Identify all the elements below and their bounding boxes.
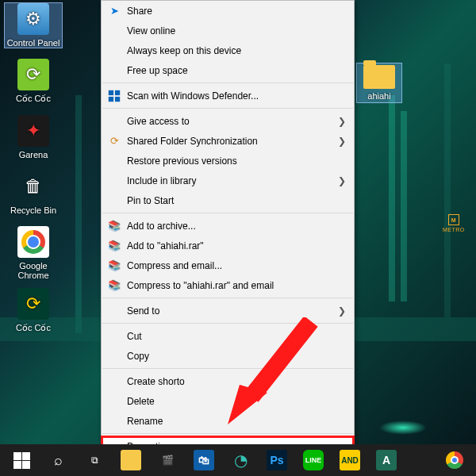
menu-include-library[interactable]: Include in library❯: [102, 171, 354, 190]
menu-pin-start[interactable]: Pin to Start: [102, 190, 354, 210]
menu-cut[interactable]: Cut: [102, 326, 354, 346]
menu-scan-defender[interactable]: Scan with Windows Defender...: [102, 86, 354, 106]
search-icon: ⌕: [54, 452, 63, 469]
taskbar-app-a[interactable]: A: [368, 444, 405, 476]
desktop-folder-selected[interactable]: ahiahi: [357, 63, 401, 102]
menu-restore-previous[interactable]: Restore previous versions: [102, 151, 354, 171]
photoshop-icon: Ps: [267, 450, 287, 470]
separator: [102, 323, 353, 324]
svg-rect-1: [115, 90, 120, 94]
taskbar-line[interactable]: LINE: [295, 444, 332, 476]
menu-compress-rar-email[interactable]: 📚Compress to "ahiahi.rar" and email: [102, 275, 354, 295]
edge-icon: ◔: [234, 451, 248, 470]
separator: [102, 213, 353, 213]
start-button[interactable]: [3, 444, 40, 476]
desktop-icons: ⚙Control Panel ⟳Cốc Cốc ✦Garena 🗑Recycle…: [0, 0, 95, 344]
menu-free-up[interactable]: Free up space: [102, 60, 354, 80]
chevron-right-icon: ❯: [338, 175, 346, 186]
separator: [102, 83, 353, 83]
windows-logo-icon: [13, 452, 30, 469]
svg-rect-2: [109, 96, 113, 101]
chevron-right-icon: ❯: [338, 305, 346, 317]
search-button[interactable]: ⌕: [40, 444, 76, 476]
shield-icon: [106, 88, 122, 104]
menu-compress-email[interactable]: 📚Compress and email...: [102, 255, 354, 275]
store-icon: 🛍: [194, 450, 214, 470]
menu-create-shortcut[interactable]: Create shorto: [102, 371, 354, 391]
menu-shared-sync[interactable]: ⟳Shared Folder Synchronization❯: [102, 131, 354, 151]
taskbar-store[interactable]: 🛍: [186, 444, 222, 476]
film-icon: 🎬: [162, 455, 174, 466]
icon-coc-coc[interactable]: ⟳Cốc Cốc: [5, 59, 62, 104]
menu-add-archive[interactable]: 📚Add to archive...: [102, 216, 354, 236]
winrar-icon: 📚: [106, 238, 122, 254]
menu-always-keep[interactable]: Always keep on this device: [102, 40, 354, 60]
icon-garena[interactable]: ✦Garena: [5, 115, 62, 159]
folder-icon: [363, 65, 395, 89]
menu-rename[interactable]: Rename: [102, 411, 354, 431]
chrome-icon: [446, 451, 463, 469]
icon-recycle-bin[interactable]: 🗑Recycle Bin: [5, 171, 62, 215]
svg-rect-0: [109, 90, 113, 94]
and-icon: AND: [340, 450, 360, 470]
separator: [102, 108, 353, 109]
winrar-icon: 📚: [106, 258, 122, 274]
icon-google-chrome[interactable]: Google Chrome: [5, 226, 62, 280]
menu-copy[interactable]: Copy: [102, 346, 354, 366]
line-icon: LINE: [303, 450, 324, 470]
icon-coc-coc-2[interactable]: ⟳Cốc Cốc: [5, 288, 62, 333]
chevron-right-icon: ❯: [338, 136, 346, 147]
share-icon: ➤: [106, 3, 122, 19]
menu-view-online[interactable]: View online: [102, 21, 354, 40]
taskbar-edge[interactable]: ◔: [222, 444, 259, 476]
menu-add-rar[interactable]: 📚Add to "ahiahi.rar": [102, 236, 354, 255]
separator: [102, 298, 353, 298]
menu-delete[interactable]: Delete: [102, 391, 354, 411]
sync-icon: ⟳: [106, 133, 122, 149]
folder-icon: [121, 450, 141, 470]
chevron-right-icon: ❯: [338, 116, 346, 127]
icon-control-panel[interactable]: ⚙Control Panel: [5, 3, 62, 48]
menu-share[interactable]: ➤Share: [102, 1, 354, 21]
menu-give-access[interactable]: Give access to❯: [102, 111, 354, 131]
taskbar-explorer[interactable]: [113, 444, 149, 476]
winrar-icon: 📚: [106, 218, 122, 234]
menu-send-to[interactable]: Send to❯: [102, 301, 354, 321]
context-menu: ➤Share View online Always keep on this d…: [101, 0, 355, 457]
app-a-icon: A: [376, 450, 397, 470]
separator: [102, 368, 353, 369]
svg-rect-3: [115, 96, 120, 101]
taskbar: ⌕ ⧉ 🎬 🛍 ◔ Ps LINE AND A: [0, 444, 476, 476]
task-view-button[interactable]: ⧉: [76, 444, 113, 476]
taskbar-photoshop[interactable]: Ps: [259, 444, 295, 476]
taskbar-video[interactable]: 🎬: [149, 444, 186, 476]
taskbar-chrome[interactable]: [436, 444, 473, 476]
separator: [102, 433, 353, 434]
taskbar-and[interactable]: AND: [332, 444, 368, 476]
winrar-icon: 📚: [106, 278, 122, 294]
taskview-icon: ⧉: [91, 455, 98, 466]
